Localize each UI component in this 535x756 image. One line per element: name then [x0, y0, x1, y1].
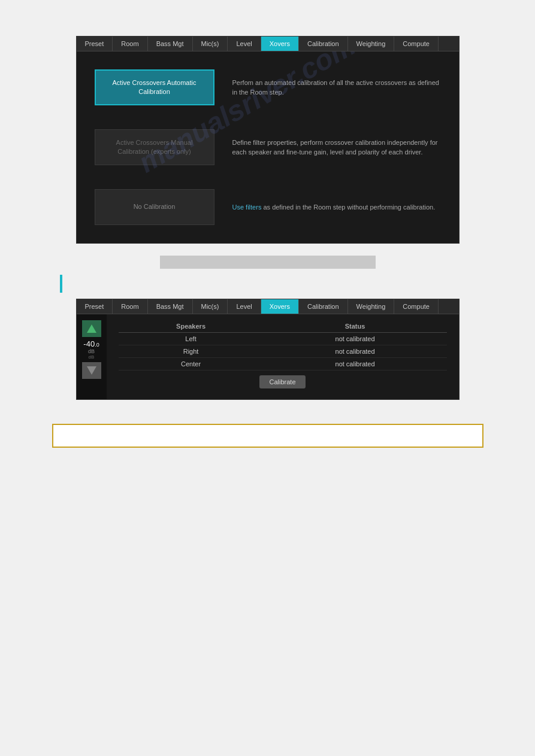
- panel-2-content: -40.0 dB dB Speakers Status: [77, 314, 459, 399]
- calib-btn-manual[interactable]: Active Crossovers Manual Calibration (ex…: [95, 129, 214, 165]
- calib-btn-auto[interactable]: Active Crossovers Automatic Calibration: [95, 69, 214, 105]
- tab-preset[interactable]: Preset: [77, 37, 113, 51]
- level-sub: dB: [89, 354, 95, 360]
- col-header-speakers: Speakers: [119, 320, 264, 333]
- level-number: -40: [83, 339, 95, 348]
- tab-level[interactable]: Level: [228, 37, 261, 51]
- level-control: -40.0 dB dB: [77, 314, 107, 399]
- level-unit: dB: [88, 348, 95, 354]
- speakers-table: Speakers Status Left not calibrated Righ…: [119, 320, 447, 371]
- speakers-table-area: Speakers Status Left not calibrated Righ…: [107, 314, 459, 399]
- tab-2-calibration[interactable]: Calibration: [299, 299, 348, 314]
- table-row: Center not calibrated: [119, 358, 447, 371]
- panel-2: Preset Room Bass Mgt Mic(s) Level Xovers…: [76, 299, 460, 400]
- calib-desc-none: Use filters as defined in the Room step …: [232, 202, 441, 212]
- down-arrow-icon: [87, 366, 96, 375]
- calibration-options: Active Crossovers Automatic Calibration …: [95, 69, 441, 225]
- speaker-right: Right: [119, 345, 264, 358]
- calib-desc-none-text: as defined in the Room step without perf…: [261, 204, 435, 211]
- speaker-center: Center: [119, 358, 264, 371]
- tab-2-bass-mgt[interactable]: Bass Mgt: [148, 299, 193, 314]
- nav-bar-2: Preset Room Bass Mgt Mic(s) Level Xovers…: [77, 299, 459, 314]
- calib-row-none: No Calibration Use filters as defined in…: [95, 189, 441, 225]
- tab-2-room[interactable]: Room: [113, 299, 147, 314]
- tab-2-mics[interactable]: Mic(s): [193, 299, 228, 314]
- blue-accent-line: [60, 275, 62, 293]
- tab-room[interactable]: Room: [113, 37, 147, 51]
- panel-1-content: manualsriver.com Active Crossovers Autom…: [77, 51, 459, 243]
- panel-1: Preset Room Bass Mgt Mic(s) Level Xovers…: [76, 36, 460, 244]
- calibrate-button[interactable]: Calibrate: [259, 375, 305, 388]
- tab-compute[interactable]: Compute: [394, 37, 439, 51]
- level-value: -40.0: [83, 339, 99, 348]
- tab-bass-mgt[interactable]: Bass Mgt: [148, 37, 193, 51]
- level-down-button[interactable]: [82, 362, 101, 379]
- status-right: not calibrated: [264, 345, 447, 358]
- tab-2-xovers[interactable]: Xovers: [261, 299, 299, 314]
- status-left: not calibrated: [264, 333, 447, 345]
- nav-bar-1: Preset Room Bass Mgt Mic(s) Level Xovers…: [77, 37, 459, 51]
- calib-desc-manual: Define filter properties, perform crosso…: [232, 138, 441, 157]
- tab-2-weighting[interactable]: Weighting: [348, 299, 395, 314]
- up-arrow-icon: [87, 324, 96, 333]
- tab-weighting[interactable]: Weighting: [348, 37, 395, 51]
- table-row: Left not calibrated: [119, 333, 447, 345]
- tab-2-preset[interactable]: Preset: [77, 299, 113, 314]
- status-center: not calibrated: [264, 358, 447, 371]
- tab-2-compute[interactable]: Compute: [394, 299, 439, 314]
- level-up-button[interactable]: [82, 320, 101, 337]
- bottom-info-box: [52, 424, 483, 448]
- tab-2-level[interactable]: Level: [228, 299, 261, 314]
- tab-mics[interactable]: Mic(s): [193, 37, 228, 51]
- calib-desc-none-link: Use filters: [232, 204, 262, 211]
- calib-desc-auto: Perfom an automated calibration of all t…: [232, 78, 441, 98]
- calib-btn-none[interactable]: No Calibration: [95, 189, 214, 225]
- table-row: Right not calibrated: [119, 345, 447, 358]
- level-decimal: .0: [95, 342, 99, 348]
- calib-row-manual: Active Crossovers Manual Calibration (ex…: [95, 129, 441, 165]
- tab-xovers[interactable]: Xovers: [261, 37, 299, 51]
- col-header-status: Status: [264, 320, 447, 333]
- tab-calibration[interactable]: Calibration: [299, 37, 348, 51]
- speaker-left: Left: [119, 333, 264, 345]
- gray-separator: [160, 256, 376, 269]
- calib-row-auto: Active Crossovers Automatic Calibration …: [95, 69, 441, 105]
